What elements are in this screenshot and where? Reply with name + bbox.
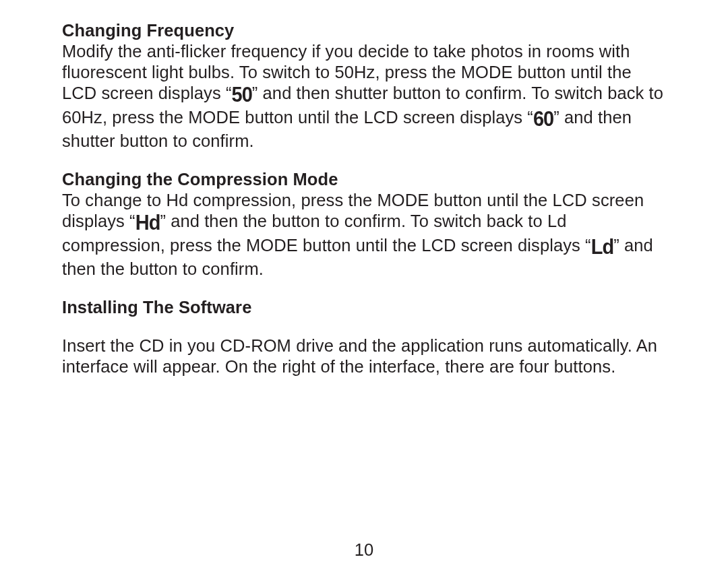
paragraph-compression: To change to Hd compression, press the M… [62, 190, 666, 280]
paragraph-installing: Insert the CD in you CD-ROM drive and th… [62, 335, 666, 377]
manual-page: Changing Frequency Modify the anti-flick… [0, 0, 728, 582]
lcd-60-icon: 60 [533, 106, 553, 131]
paragraph-frequency: Modify the anti-flicker frequency if you… [62, 41, 666, 152]
lcd-hd-icon: Hd [135, 210, 160, 236]
heading-frequency: Changing Frequency [62, 20, 666, 41]
section-frequency: Changing Frequency Modify the anti-flick… [62, 20, 666, 152]
lcd-50-icon: 50 [232, 82, 252, 108]
section-installing: Installing The Software Insert the CD in… [62, 297, 666, 377]
section-compression: Changing the Compression Mode To change … [62, 169, 666, 280]
page-number: 10 [0, 540, 728, 560]
heading-compression: Changing the Compression Mode [62, 169, 666, 190]
lcd-ld-icon: Ld [591, 234, 613, 259]
heading-installing: Installing The Software [62, 297, 666, 318]
